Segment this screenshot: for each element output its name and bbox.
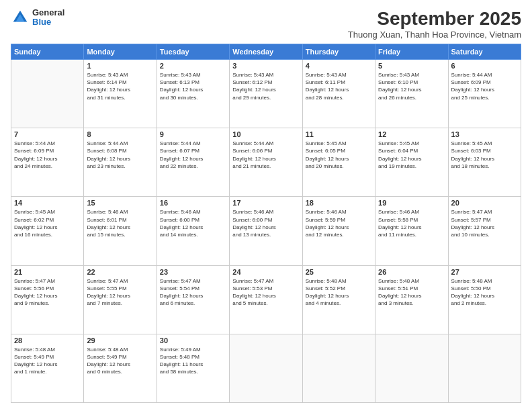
day-info: Sunrise: 5:43 AM Sunset: 6:12 PM Dayligh… [232,71,299,101]
calendar-cell: 28Sunrise: 5:48 AM Sunset: 5:49 PM Dayli… [11,334,84,402]
day-info: Sunrise: 5:48 AM Sunset: 5:50 PM Dayligh… [451,277,518,308]
day-number: 29 [87,336,153,345]
calendar-table: Sunday Monday Tuesday Wednesday Thursday… [11,44,521,403]
day-info: Sunrise: 5:43 AM Sunset: 6:13 PM Dayligh… [160,71,226,101]
calendar-cell: 12Sunrise: 5:45 AM Sunset: 6:04 PM Dayli… [375,128,448,197]
calendar-cell: 27Sunrise: 5:48 AM Sunset: 5:50 PM Dayli… [448,265,521,334]
calendar-cell: 5Sunrise: 5:43 AM Sunset: 6:10 PM Daylig… [375,60,448,128]
day-info: Sunrise: 5:48 AM Sunset: 5:49 PM Dayligh… [87,346,153,376]
day-info: Sunrise: 5:47 AM Sunset: 5:57 PM Dayligh… [451,208,518,238]
day-info: Sunrise: 5:47 AM Sunset: 5:56 PM Dayligh… [14,277,81,308]
calendar-cell [230,334,302,402]
day-info: Sunrise: 5:43 AM Sunset: 6:14 PM Dayligh… [87,71,153,101]
calendar-week-4: 21Sunrise: 5:47 AM Sunset: 5:56 PM Dayli… [11,265,521,334]
calendar-cell: 16Sunrise: 5:46 AM Sunset: 6:00 PM Dayli… [157,197,229,265]
calendar-cell: 30Sunrise: 5:49 AM Sunset: 5:48 PM Dayli… [157,334,229,402]
calendar-cell: 21Sunrise: 5:47 AM Sunset: 5:56 PM Dayli… [11,265,84,334]
day-number: 23 [160,268,226,276]
calendar-cell: 23Sunrise: 5:47 AM Sunset: 5:54 PM Dayli… [157,265,229,334]
col-sunday: Sunday [11,44,84,60]
calendar-cell [375,334,448,402]
day-number: 6 [451,62,518,70]
day-number: 13 [451,130,518,138]
calendar-cell: 14Sunrise: 5:45 AM Sunset: 6:02 PM Dayli… [11,197,84,265]
calendar-cell: 8Sunrise: 5:44 AM Sunset: 6:08 PM Daylig… [84,128,157,197]
day-info: Sunrise: 5:44 AM Sunset: 6:08 PM Dayligh… [87,140,153,170]
day-info: Sunrise: 5:48 AM Sunset: 5:49 PM Dayligh… [14,346,81,376]
calendar-cell: 1Sunrise: 5:43 AM Sunset: 6:14 PM Daylig… [84,60,157,128]
day-info: Sunrise: 5:47 AM Sunset: 5:55 PM Dayligh… [87,277,153,308]
calendar-cell: 17Sunrise: 5:46 AM Sunset: 6:00 PM Dayli… [230,197,302,265]
day-info: Sunrise: 5:44 AM Sunset: 6:07 PM Dayligh… [160,140,226,170]
calendar-cell: 10Sunrise: 5:44 AM Sunset: 6:06 PM Dayli… [230,128,302,197]
header: General Blue September 2025 Thuong Xuan,… [11,8,521,40]
day-info: Sunrise: 5:46 AM Sunset: 6:00 PM Dayligh… [160,208,226,238]
day-info: Sunrise: 5:45 AM Sunset: 6:04 PM Dayligh… [378,140,445,170]
calendar-cell: 11Sunrise: 5:45 AM Sunset: 6:05 PM Dayli… [302,128,375,197]
day-number: 3 [232,62,299,70]
day-number: 12 [378,130,445,138]
day-info: Sunrise: 5:46 AM Sunset: 6:00 PM Dayligh… [232,208,299,238]
logo: General Blue [11,8,64,28]
day-number: 18 [306,199,372,207]
day-number: 30 [160,336,226,345]
day-number: 19 [378,199,445,207]
day-number: 7 [14,130,81,138]
logo-text: General Blue [32,8,64,28]
day-info: Sunrise: 5:46 AM Sunset: 6:01 PM Dayligh… [87,208,153,238]
day-info: Sunrise: 5:45 AM Sunset: 6:02 PM Dayligh… [14,208,81,238]
logo-blue-text: Blue [32,17,64,27]
calendar-cell: 20Sunrise: 5:47 AM Sunset: 5:57 PM Dayli… [448,197,521,265]
logo-icon [11,8,30,27]
day-number: 1 [87,62,153,70]
day-number: 24 [232,268,299,276]
calendar-cell: 4Sunrise: 5:43 AM Sunset: 6:11 PM Daylig… [302,60,375,128]
calendar-cell [302,334,375,402]
calendar-cell: 2Sunrise: 5:43 AM Sunset: 6:13 PM Daylig… [157,60,229,128]
calendar-cell: 26Sunrise: 5:48 AM Sunset: 5:51 PM Dayli… [375,265,448,334]
day-info: Sunrise: 5:48 AM Sunset: 5:52 PM Dayligh… [306,277,372,308]
calendar-cell: 3Sunrise: 5:43 AM Sunset: 6:12 PM Daylig… [230,60,302,128]
day-info: Sunrise: 5:45 AM Sunset: 6:03 PM Dayligh… [451,140,518,170]
day-info: Sunrise: 5:46 AM Sunset: 5:58 PM Dayligh… [378,208,445,238]
col-monday: Monday [84,44,157,60]
day-number: 21 [14,268,81,276]
calendar-week-1: 1Sunrise: 5:43 AM Sunset: 6:14 PM Daylig… [11,60,521,128]
calendar-cell: 18Sunrise: 5:46 AM Sunset: 5:59 PM Dayli… [302,197,375,265]
day-number: 17 [232,199,299,207]
calendar-week-5: 28Sunrise: 5:48 AM Sunset: 5:49 PM Dayli… [11,334,521,402]
day-number: 27 [451,268,518,276]
day-number: 15 [87,199,153,207]
day-info: Sunrise: 5:48 AM Sunset: 5:51 PM Dayligh… [378,277,445,308]
col-wednesday: Wednesday [230,44,302,60]
header-row: Sunday Monday Tuesday Wednesday Thursday… [11,44,521,60]
day-number: 4 [306,62,372,70]
day-number: 26 [378,268,445,276]
calendar-cell: 24Sunrise: 5:47 AM Sunset: 5:53 PM Dayli… [230,265,302,334]
page: General Blue September 2025 Thuong Xuan,… [0,0,532,411]
day-info: Sunrise: 5:47 AM Sunset: 5:54 PM Dayligh… [160,277,226,308]
day-info: Sunrise: 5:47 AM Sunset: 5:53 PM Dayligh… [232,277,299,308]
title-block: September 2025 Thuong Xuan, Thanh Hoa Pr… [348,8,521,40]
day-number: 16 [160,199,226,207]
day-info: Sunrise: 5:43 AM Sunset: 6:10 PM Dayligh… [378,71,445,101]
day-info: Sunrise: 5:44 AM Sunset: 6:09 PM Dayligh… [451,71,518,101]
day-info: Sunrise: 5:43 AM Sunset: 6:11 PM Dayligh… [306,71,372,101]
calendar-cell: 7Sunrise: 5:44 AM Sunset: 6:09 PM Daylig… [11,128,84,197]
calendar-cell: 13Sunrise: 5:45 AM Sunset: 6:03 PM Dayli… [448,128,521,197]
day-info: Sunrise: 5:44 AM Sunset: 6:06 PM Dayligh… [232,140,299,170]
day-number: 11 [306,130,372,138]
calendar-cell: 19Sunrise: 5:46 AM Sunset: 5:58 PM Dayli… [375,197,448,265]
calendar-cell: 29Sunrise: 5:48 AM Sunset: 5:49 PM Dayli… [84,334,157,402]
day-number: 9 [160,130,226,138]
day-info: Sunrise: 5:49 AM Sunset: 5:48 PM Dayligh… [160,346,226,376]
calendar-cell: 9Sunrise: 5:44 AM Sunset: 6:07 PM Daylig… [157,128,229,197]
col-tuesday: Tuesday [157,44,229,60]
day-number: 22 [87,268,153,276]
col-thursday: Thursday [302,44,375,60]
day-number: 25 [306,268,372,276]
subtitle: Thuong Xuan, Thanh Hoa Province, Vietnam [348,30,521,40]
calendar-cell [11,60,84,128]
month-title: September 2025 [348,8,521,30]
calendar-week-2: 7Sunrise: 5:44 AM Sunset: 6:09 PM Daylig… [11,128,521,197]
